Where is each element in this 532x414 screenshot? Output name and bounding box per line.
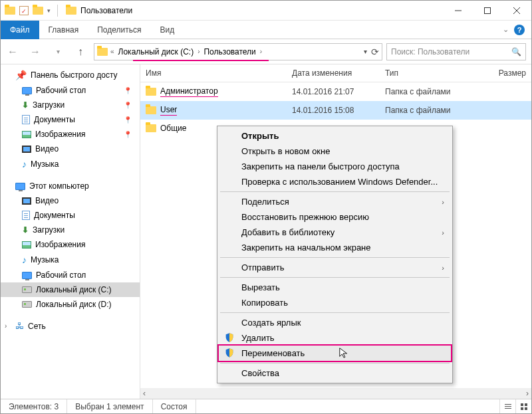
maximize-button[interactable] [473,1,502,21]
ctx-share[interactable]: Поделиться› [219,194,451,209]
ribbon-expand-icon[interactable]: ⌄ [503,25,509,34]
navigation-tree[interactable]: 📌 Панель быстрого досту Рабочий стол📍 ⬇З… [1,64,140,399]
tree-downloads[interactable]: ⬇Загрузки📍 [1,98,140,112]
svg-rect-6 [505,408,511,409]
close-button[interactable] [502,1,531,21]
tree-pc-desktop[interactable]: Рабочий стол [1,268,140,282]
tree-drive-c[interactable]: Локальный диск (C:) [1,282,140,297]
tree-music[interactable]: ♪Музыка [1,156,140,172]
cursor-icon [338,347,350,359]
separator [220,363,450,363]
ctx-open-new[interactable]: Открыть в новом окне [219,144,451,159]
up-button[interactable]: ↑ [71,43,90,61]
ctx-pin-start[interactable]: Закрепить на начальном экране [219,240,451,255]
tree-documents[interactable]: Документы📍 [1,112,140,127]
folder-icon [146,124,156,132]
list-item[interactable]: User 14.01.2016 15:08 Папка с файлами [140,101,531,120]
file-tab[interactable]: Файл [1,21,39,39]
search-icon[interactable]: 🔍 [511,47,521,56]
col-size[interactable]: Размер [479,64,531,82]
tab-view[interactable]: Вид [150,21,184,39]
tab-share[interactable]: Поделиться [88,21,150,39]
ctx-properties[interactable]: Свойства [219,365,451,381]
download-icon: ⬇ [22,225,29,235]
tree-drive-d[interactable]: Локальный диск (D:) [1,297,140,312]
svg-rect-9 [521,407,523,410]
tree-pictures[interactable]: Изображения📍 [1,127,140,142]
address-dropdown-icon[interactable]: ▾ [364,48,367,55]
ctx-defender[interactable]: Проверка с использованием Windows Defend… [219,174,451,189]
list-item[interactable]: Администратор 14.01.2016 21:07 Папка с ф… [140,82,531,101]
svg-rect-7 [521,403,523,406]
this-pc-group[interactable]: Этот компьютер [1,179,140,193]
star-icon: 📌 [15,70,27,80]
breadcrumb-folder[interactable]: Пользователи [202,46,257,58]
ctx-restore[interactable]: Восстановить прежнюю версию [219,209,451,225]
pc-icon [15,183,25,190]
tree-pc-music[interactable]: ♪Музыка [1,252,140,268]
video-icon [22,197,31,205]
breadcrumb-drive[interactable]: Локальный диск (C:) [117,46,196,58]
svg-rect-10 [525,407,527,410]
shield-icon [224,332,235,343]
tree-videos[interactable]: Видео [1,142,140,156]
ctx-open[interactable]: Открыть [219,128,451,144]
folder-icon [5,7,15,15]
search-input[interactable]: Поиск: Пользователи 🔍 [386,43,526,60]
chevron-right-icon[interactable]: › [260,48,262,55]
col-type[interactable]: Тип [380,64,479,82]
separator [220,191,450,192]
ribbon: Файл Главная Поделиться Вид ⌄ ? [1,21,531,39]
tree-pc-pictures[interactable]: Изображения [1,237,140,252]
status-bar: Элементов: 3 Выбран 1 элемент Состоя [1,399,531,413]
ctx-cut[interactable]: Вырезать [219,280,451,295]
qat-dropdown-icon[interactable]: ▾ [47,7,51,14]
chevron-prefix-icon[interactable]: « [110,48,114,55]
ctx-copy[interactable]: Копировать [219,295,451,310]
breadcrumb-folder-icon [97,48,108,56]
tree-pc-downloads[interactable]: ⬇Загрузки [1,223,140,237]
ctx-library[interactable]: Добавить в библиотеку› [219,225,451,240]
scroll-right-icon[interactable]: › [523,389,531,398]
minimize-button[interactable] [444,1,473,21]
network-group[interactable]: › 🖧 Сеть [1,318,140,334]
properties-icon[interactable]: ✓ [19,6,29,15]
address-bar[interactable]: « Локальный диск (C:) › Пользователи › ▾… [94,43,382,60]
shield-icon [224,348,235,358]
document-icon [22,115,30,124]
quick-access-group[interactable]: 📌 Панель быстрого досту [1,67,140,83]
column-headers: Имя Дата изменения Тип Размер [140,64,531,82]
ctx-shortcut[interactable]: Создать ярлык [219,315,451,330]
tab-home[interactable]: Главная [39,21,88,39]
group-label: Сеть [28,322,46,331]
tree-pc-videos[interactable]: Видео [1,193,140,208]
col-name[interactable]: Имя [140,64,287,82]
scroll-left-icon[interactable]: ‹ [140,389,148,398]
window-title: Пользователи [80,6,132,15]
tree-desktop[interactable]: Рабочий стол📍 [1,83,140,98]
tree-pc-documents[interactable]: Документы [1,208,140,223]
chevron-right-icon[interactable]: › [198,48,200,55]
pin-icon: 📍 [124,87,136,94]
ctx-send[interactable]: Отправить› [219,260,451,275]
titlebar: ✓ ▾ Пользователи [1,1,531,21]
ctx-delete[interactable]: Удалить [219,330,451,346]
col-date[interactable]: Дата изменения [287,64,380,82]
back-button[interactable]: ← [3,43,22,61]
nav-row: ← → ▾ ↑ « Локальный диск (C:) › Пользова… [1,39,531,64]
disk-icon [22,286,32,293]
recent-dropdown-icon[interactable]: ▾ [49,43,67,61]
desktop-icon [22,87,32,94]
horizontal-scrollbar[interactable]: ‹ › [140,388,531,399]
view-details-button[interactable] [499,399,515,413]
svg-rect-8 [525,403,527,406]
ctx-pin-quick[interactable]: Закрепить на панели быстрого доступа [219,159,451,174]
view-large-button[interactable] [515,399,531,413]
help-icon[interactable]: ? [514,25,525,35]
chevron-right-icon[interactable]: › [5,322,11,330]
search-placeholder: Поиск: Пользователи [391,47,469,56]
forward-button[interactable]: → [26,43,45,61]
ctx-rename[interactable]: Переименовать [219,346,451,361]
refresh-icon[interactable]: ⟳ [371,47,379,57]
new-folder-icon[interactable] [33,7,43,15]
